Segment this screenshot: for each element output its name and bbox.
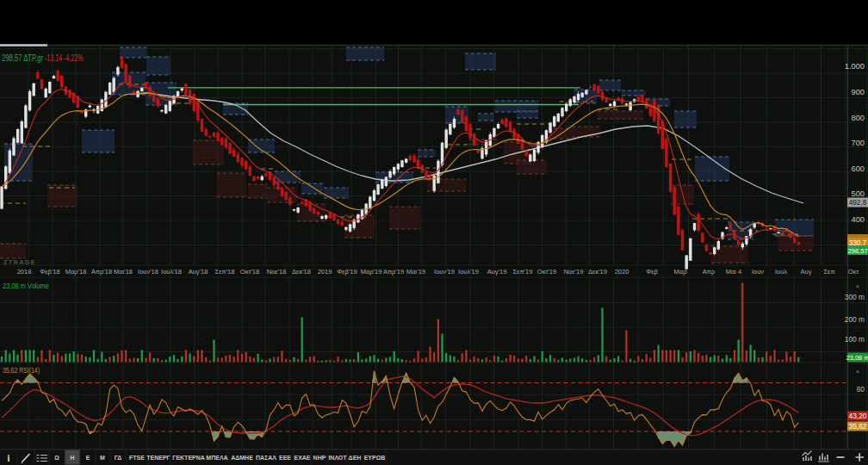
svg-text:ΝΗΡ: ΝΗΡ [313,455,326,461]
svg-text:Δεκ'19: Δεκ'19 [588,268,607,276]
svg-text:-13,14 -4,22%: -13,14 -4,22% [45,53,84,63]
svg-text:Ε: Ε [86,455,90,461]
svg-text:i: i [8,453,10,463]
svg-text:ΔΕΗ: ΔΕΗ [349,455,362,461]
svg-text:ΕΥΡΩΒ: ΕΥΡΩΒ [364,455,386,461]
svg-text:2020: 2020 [615,268,629,276]
svg-text:ΓΕΚΤΕΡΝΑ: ΓΕΚΤΕΡΝΑ [172,455,205,461]
svg-text:Οκτ'18: Οκτ'18 [240,268,259,276]
svg-text:Σεπ: Σεπ [823,268,834,276]
svg-text:Σεπ'19: Σεπ'19 [513,268,533,276]
svg-text:ΤΕΝΕΡΓ: ΤΕΝΕΡΓ [146,455,170,461]
svg-text:Ιουλ'18: Ιουλ'18 [161,268,182,276]
svg-text:43,20: 43,20 [849,412,867,420]
svg-text:Δεκ'18: Δεκ'18 [292,268,311,276]
svg-text:500: 500 [851,189,865,198]
svg-text:300 m: 300 m [845,293,865,301]
svg-text:Αυγ: Αυγ [801,268,812,276]
svg-text:1.000: 1.000 [845,62,865,71]
svg-text:Φεβ'18: Φεβ'18 [40,268,59,276]
svg-text:Ω: Ω [54,455,59,461]
svg-text:600: 600 [851,164,865,173]
svg-text:Αυγ'18: Αυγ'18 [189,268,208,276]
svg-text:492,8: 492,8 [849,199,867,207]
svg-text:Ιουν'19: Ιουν'19 [434,268,455,276]
svg-text:ΓΔ: ΓΔ [115,455,121,461]
svg-text:Οκτ'19: Οκτ'19 [537,268,556,276]
svg-text:Αυγ'19: Αυγ'19 [487,268,507,276]
svg-text:ΙΝΛΟΤ: ΙΝΛΟΤ [328,455,347,461]
svg-text:ΜΠΕΛΑ: ΜΠΕΛΑ [206,455,227,461]
svg-text:Φεβ'19: Φεβ'19 [337,268,356,276]
svg-text:Ιουν: Ιουν [752,268,764,276]
svg-text:Ιουλ: Ιουλ [775,268,787,276]
svg-text:Μ: Μ [100,455,105,461]
svg-text:800: 800 [851,114,865,122]
svg-text:298,57 ΔTP.gr: 298,57 ΔTP.gr [2,53,43,63]
svg-text:Μαι'19: Μαι'19 [406,268,425,276]
svg-text:200 m: 200 m [845,315,865,324]
svg-text:2019: 2019 [318,268,332,276]
svg-text:Μαρ: Μαρ [674,268,687,276]
svg-text:ZTRADE: ZTRADE [3,258,36,266]
svg-text:700: 700 [851,139,865,147]
svg-text:Απρ'18: Απρ'18 [91,268,112,276]
svg-text:Οκτ: Οκτ [848,268,859,276]
svg-text:400: 400 [851,215,865,224]
svg-text:900: 900 [851,88,865,96]
svg-text:Μαι'18: Μαι'18 [114,268,133,276]
svg-text:Σεπ'18: Σεπ'18 [215,268,235,276]
svg-text:ΕΕΕ: ΕΕΕ [279,455,291,461]
svg-text:FTSE: FTSE [129,455,145,461]
svg-text:35,62 RSI(14): 35,62 RSI(14) [3,366,40,375]
svg-text:Μαρ'19: Μαρ'19 [361,268,382,276]
svg-text:×: × [856,368,860,375]
svg-text:Νοε'18: Νοε'18 [267,268,287,276]
svg-text:Φεβ: Φεβ [646,268,658,276]
svg-text:23,08 m: 23,08 m [846,354,868,362]
svg-text:35,62: 35,62 [849,422,867,431]
svg-text:Μαι 4: Μαι 4 [726,268,742,276]
svg-text:Μαρ'18: Μαρ'18 [65,268,87,276]
svg-text:Νοε'19: Νοε'19 [564,268,584,276]
svg-text:298,57: 298,57 [847,247,867,255]
svg-text:Απρ'19: Απρ'19 [383,268,404,276]
svg-text:×: × [856,282,860,290]
svg-text:Ιουλ'19: Ιουλ'19 [458,268,479,276]
svg-text:ΕΧΑΕ: ΕΧΑΕ [294,455,310,461]
svg-text:100 m: 100 m [845,335,865,344]
svg-text:Η: Η [70,455,74,461]
svg-text:23,08 m Volume: 23,08 m Volume [3,282,49,290]
svg-text:Απρ: Απρ [703,268,715,276]
svg-text:Ιουν'18: Ιουν'18 [138,268,158,276]
svg-text:2018: 2018 [17,268,32,276]
svg-text:ΠΑΣΑΛ: ΠΑΣΑΛ [256,455,276,461]
svg-text:60: 60 [857,385,865,394]
svg-text:ΑΔΜΗΕ: ΑΔΜΗΕ [231,455,253,461]
